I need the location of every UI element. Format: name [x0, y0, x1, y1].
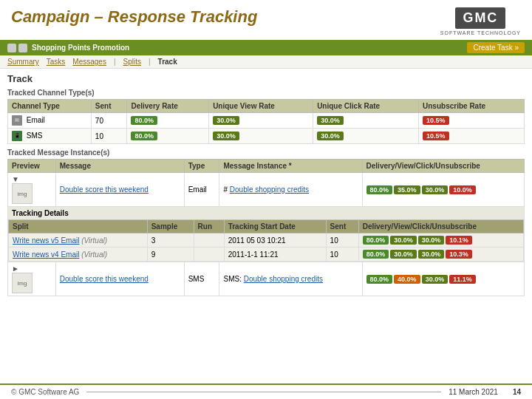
channel-email: ✉ Email [8, 113, 92, 129]
split-link[interactable]: Write news v5 Email [13, 236, 79, 245]
table-row: Write news v4 Email (Virtual) 9 2011-1-1… [9, 248, 524, 262]
view-email: 30.0% [209, 113, 313, 129]
message-link[interactable]: Double score this weekend [60, 185, 149, 194]
logo-subtitle: SOFTWARE TECHNOLOGY [440, 30, 521, 35]
sample-1: 3 [147, 233, 194, 248]
tracking-details-row: Tracking Details Split Sample Run Tracki… [8, 207, 525, 262]
start-date-2: 2011-1-1 11:21 [224, 248, 326, 262]
section-title: Track [7, 73, 525, 84]
type-sms: SMS [184, 262, 219, 296]
col-sent: Sent [326, 220, 358, 233]
footer-page: 14 [513, 388, 521, 396]
nav-icon-back[interactable] [7, 44, 16, 52]
unsubscribe-1: 10.1% [446, 236, 472, 245]
instance-sms: SMS: Double shopping credits [219, 262, 362, 296]
col-instance: Message Instance * [219, 160, 362, 173]
logo-area: GMC SOFTWARE TECHNOLOGY [440, 7, 521, 35]
instance-cell: # Double shopping credits [219, 173, 362, 207]
sent-2: 10 [326, 248, 358, 262]
col-view: Unique View Rate [209, 100, 313, 113]
channel-sms-label: SMS [27, 132, 43, 140]
delivery-sms: 80.0% [127, 129, 209, 144]
unsubscribe-sms: 10.5% [419, 129, 525, 144]
channel-section-label: Tracked Channel Type(s) [7, 89, 525, 97]
instance-link[interactable]: Double shopping credits [230, 185, 309, 194]
sms-metrics: 80.0% 40.0% 30.0% 11.1% [362, 262, 524, 296]
click-1: 30.0% [418, 236, 445, 245]
channel-table: Channel Type Sent Delivery Rate Unique V… [7, 99, 525, 144]
footer-date: 11 March 2021 [449, 388, 498, 396]
sample-2: 9 [147, 248, 194, 262]
col-sent: Sent [91, 100, 127, 113]
table-row: Write news v5 Email (Virtual) 3 2011 05 … [9, 233, 524, 248]
sms-unsubscribe-badge: 11.1% [449, 275, 476, 284]
tracking-details-label: Tracking Details [8, 207, 524, 219]
click-sms: 30.0% [313, 129, 419, 144]
col-delivery-view: Delivery/View/Click/Unsubscribe [362, 160, 524, 173]
view-1: 30.0% [390, 236, 417, 245]
sms-instance-link[interactable]: Double shopping credits [244, 275, 323, 283]
table-row: ✉ Email 70 80.0% 30.0% 30.0% 10.5% [8, 113, 525, 129]
preview-thumbnail-sms: img [12, 273, 33, 293]
col-delivery: Delivery Rate [127, 100, 209, 113]
expand-icon-sms[interactable]: ► [12, 265, 19, 273]
channel-email-label: Email [27, 116, 45, 124]
message-section-label: Tracked Message Instance(s) [7, 149, 525, 157]
view-2: 30.0% [390, 250, 417, 259]
tab-splits[interactable]: Splits [123, 58, 141, 66]
tab-summary[interactable]: Summary [7, 58, 39, 66]
preview-cell: ▼ img [8, 173, 56, 207]
col-sample: Sample [147, 220, 194, 233]
split-link-2[interactable]: Write news v4 Email [13, 250, 79, 259]
main-content: Track Tracked Channel Type(s) Channel Ty… [0, 69, 532, 305]
unsubscribe-badge: 10.0% [449, 185, 476, 194]
view-badge: 35.0% [394, 185, 420, 194]
nav-tabs: Summary Tasks Messages | Splits | Track [0, 55, 532, 69]
tab-track[interactable]: Track [158, 58, 177, 66]
view-sms: 30.0% [209, 129, 313, 144]
split-1: Write news v5 Email (Virtual) [9, 233, 148, 248]
sms-delivery-badge: 80.0% [366, 275, 393, 284]
col-delivery-view: Delivery/View/Click/Unsubscribe [358, 220, 523, 233]
tab-messages[interactable]: Messages [72, 58, 106, 66]
channel-sms: 📱 SMS [8, 129, 92, 144]
table-row: 📱 SMS 10 80.0% 30.0% 30.0% 10.5% [8, 129, 525, 144]
unsubscribe-2: 10.3% [446, 250, 472, 259]
sent-sms: 10 [91, 129, 127, 144]
sms-view-badge: 40.0% [394, 275, 420, 284]
tab-tasks[interactable]: Tasks [47, 58, 66, 66]
run-1 [194, 233, 224, 248]
col-message: Message [55, 160, 184, 173]
delivery-badge: 80.0% [366, 185, 393, 194]
delivery-1: 80.0% [363, 236, 389, 245]
table-row: ▼ img Double score this weekend Email # … [8, 173, 525, 207]
email-icon: ✉ [12, 115, 22, 126]
col-run: Run [194, 220, 224, 233]
col-split: Split [9, 220, 148, 233]
split-2: Write news v4 Email (Virtual) [9, 248, 148, 262]
preview-cell-sms: ► img [8, 262, 56, 296]
click-badge: 30.0% [422, 185, 449, 194]
page-header: Campaign – Response Tracking GMC SOFTWAR… [0, 0, 532, 40]
expand-icon[interactable]: ▼ [12, 175, 19, 183]
message-table: Preview Message Type Message Instance * … [7, 159, 525, 296]
metrics-cell: 80.0% 35.0% 30.0% 10.0% [362, 173, 524, 207]
table-row: ► img Double score this weekend SMS SMS:… [8, 262, 525, 296]
preview-thumbnail: img [12, 183, 33, 204]
nav-icon-forward[interactable] [18, 44, 27, 52]
type-cell: Email [184, 173, 219, 207]
run-2 [194, 248, 224, 262]
delivery-2: 80.0% [363, 250, 389, 259]
create-task-button[interactable]: Create Task » [467, 42, 525, 53]
footer: © GMC Software AG 11 March 2021 14 [0, 383, 532, 399]
col-channel-type: Channel Type [8, 100, 92, 113]
unsubscribe-email: 10.5% [419, 113, 525, 129]
breadcrumb-icons [7, 44, 27, 52]
col-start-date: Tracking Start Date [224, 220, 326, 233]
sms-message-link[interactable]: Double score this weekend [60, 275, 149, 283]
col-type: Type [184, 160, 219, 173]
click-2: 30.0% [418, 250, 445, 259]
metrics-1: 80.0% 30.0% 30.0% 10.1% [358, 233, 523, 248]
col-unsubscribe: Unsubscribe Rate [419, 100, 525, 113]
sms-instance-id: SMS: [223, 275, 243, 283]
